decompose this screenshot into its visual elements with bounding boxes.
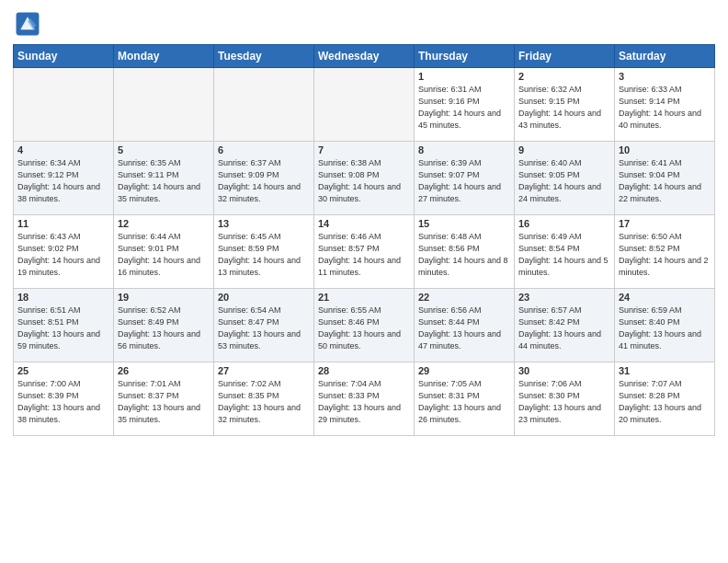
day-info: Sunrise: 6:57 AMSunset: 8:42 PMDaylight:… <box>518 304 610 352</box>
day-number: 21 <box>318 292 410 303</box>
day-number: 28 <box>318 365 410 376</box>
day-number: 18 <box>17 292 109 303</box>
calendar-day-cell: 28 Sunrise: 7:04 AMSunset: 8:33 PMDaylig… <box>314 362 415 436</box>
day-number: 11 <box>17 218 109 229</box>
calendar-day-cell: 18 Sunrise: 6:51 AMSunset: 8:51 PMDaylig… <box>14 289 114 362</box>
day-number: 30 <box>518 365 610 376</box>
calendar-day-cell: 7 Sunrise: 6:38 AMSunset: 9:08 PMDayligh… <box>314 142 415 215</box>
day-number: 6 <box>218 144 310 155</box>
calendar-week-row: 4 Sunrise: 6:34 AMSunset: 9:12 PMDayligh… <box>14 142 715 215</box>
day-number: 13 <box>218 218 310 229</box>
day-of-week-header: Thursday <box>415 45 515 68</box>
day-number: 10 <box>619 144 711 155</box>
day-info: Sunrise: 6:54 AMSunset: 8:47 PMDaylight:… <box>218 304 310 352</box>
calendar-day-cell: 20 Sunrise: 6:54 AMSunset: 8:47 PMDaylig… <box>214 289 314 362</box>
days-of-week-row: SundayMondayTuesdayWednesdayThursdayFrid… <box>14 45 715 68</box>
day-info: Sunrise: 6:45 AMSunset: 8:59 PMDaylight:… <box>218 231 310 279</box>
day-info: Sunrise: 6:37 AMSunset: 9:09 PMDaylight:… <box>218 157 310 205</box>
calendar-week-row: 18 Sunrise: 6:51 AMSunset: 8:51 PMDaylig… <box>14 289 715 362</box>
calendar-day-cell: 24 Sunrise: 6:59 AMSunset: 8:40 PMDaylig… <box>615 289 715 362</box>
calendar-day-cell: 12 Sunrise: 6:44 AMSunset: 9:01 PMDaylig… <box>114 215 214 289</box>
day-number: 20 <box>218 292 310 303</box>
calendar-day-cell: 26 Sunrise: 7:01 AMSunset: 8:37 PMDaylig… <box>114 362 214 436</box>
day-info: Sunrise: 6:31 AMSunset: 9:16 PMDaylight:… <box>418 84 510 132</box>
day-number: 7 <box>318 144 410 155</box>
day-info: Sunrise: 6:35 AMSunset: 9:11 PMDaylight:… <box>118 157 210 205</box>
day-info: Sunrise: 7:06 AMSunset: 8:30 PMDaylight:… <box>518 378 610 426</box>
day-info: Sunrise: 6:56 AMSunset: 8:44 PMDaylight:… <box>418 304 510 352</box>
day-number: 12 <box>118 218 210 229</box>
day-info: Sunrise: 6:39 AMSunset: 9:07 PMDaylight:… <box>418 157 510 205</box>
calendar-table: SundayMondayTuesdayWednesdayThursdayFrid… <box>13 44 715 436</box>
calendar-day-cell: 25 Sunrise: 7:00 AMSunset: 8:39 PMDaylig… <box>14 362 114 436</box>
calendar-day-cell: 3 Sunrise: 6:33 AMSunset: 9:14 PMDayligh… <box>615 68 715 142</box>
day-of-week-header: Friday <box>515 45 615 68</box>
calendar-header: SundayMondayTuesdayWednesdayThursdayFrid… <box>14 45 715 68</box>
day-info: Sunrise: 6:41 AMSunset: 9:04 PMDaylight:… <box>619 157 711 205</box>
calendar-day-cell: 2 Sunrise: 6:32 AMSunset: 9:15 PMDayligh… <box>515 68 615 142</box>
day-info: Sunrise: 6:43 AMSunset: 9:02 PMDaylight:… <box>17 231 109 279</box>
day-info: Sunrise: 6:33 AMSunset: 9:14 PMDaylight:… <box>619 84 711 132</box>
day-number: 9 <box>518 144 610 155</box>
day-info: Sunrise: 6:34 AMSunset: 9:12 PMDaylight:… <box>17 157 109 205</box>
calendar-week-row: 25 Sunrise: 7:00 AMSunset: 8:39 PMDaylig… <box>14 362 715 436</box>
calendar-day-cell: 23 Sunrise: 6:57 AMSunset: 8:42 PMDaylig… <box>515 289 615 362</box>
day-info: Sunrise: 6:46 AMSunset: 8:57 PMDaylight:… <box>318 231 410 279</box>
day-info: Sunrise: 6:49 AMSunset: 8:54 PMDaylight:… <box>518 231 610 279</box>
day-info: Sunrise: 6:48 AMSunset: 8:56 PMDaylight:… <box>418 231 510 279</box>
calendar-day-cell: 31 Sunrise: 7:07 AMSunset: 8:28 PMDaylig… <box>615 362 715 436</box>
calendar-body: 1 Sunrise: 6:31 AMSunset: 9:16 PMDayligh… <box>14 68 715 436</box>
calendar-day-cell: 10 Sunrise: 6:41 AMSunset: 9:04 PMDaylig… <box>615 142 715 215</box>
calendar-day-cell: 21 Sunrise: 6:55 AMSunset: 8:46 PMDaylig… <box>314 289 415 362</box>
calendar-day-cell: 29 Sunrise: 7:05 AMSunset: 8:31 PMDaylig… <box>415 362 515 436</box>
calendar-day-cell: 30 Sunrise: 7:06 AMSunset: 8:30 PMDaylig… <box>515 362 615 436</box>
calendar-day-cell <box>14 68 114 142</box>
day-info: Sunrise: 6:44 AMSunset: 9:01 PMDaylight:… <box>118 231 210 279</box>
day-number: 19 <box>118 292 210 303</box>
day-of-week-header: Saturday <box>615 45 715 68</box>
day-number: 31 <box>619 365 711 376</box>
calendar-day-cell: 17 Sunrise: 6:50 AMSunset: 8:52 PMDaylig… <box>615 215 715 289</box>
calendar-week-row: 1 Sunrise: 6:31 AMSunset: 9:16 PMDayligh… <box>14 68 715 142</box>
day-info: Sunrise: 7:05 AMSunset: 8:31 PMDaylight:… <box>418 378 510 426</box>
logo <box>15 11 44 37</box>
day-info: Sunrise: 6:38 AMSunset: 9:08 PMDaylight:… <box>318 157 410 205</box>
calendar-day-cell: 19 Sunrise: 6:52 AMSunset: 8:49 PMDaylig… <box>114 289 214 362</box>
day-number: 1 <box>418 71 510 82</box>
day-number: 8 <box>418 144 510 155</box>
calendar-day-cell: 27 Sunrise: 7:02 AMSunset: 8:35 PMDaylig… <box>214 362 314 436</box>
day-info: Sunrise: 7:07 AMSunset: 8:28 PMDaylight:… <box>619 378 711 426</box>
day-of-week-header: Sunday <box>14 45 114 68</box>
calendar-day-cell: 13 Sunrise: 6:45 AMSunset: 8:59 PMDaylig… <box>214 215 314 289</box>
day-number: 22 <box>418 292 510 303</box>
calendar-day-cell: 22 Sunrise: 6:56 AMSunset: 8:44 PMDaylig… <box>415 289 515 362</box>
calendar-day-cell: 11 Sunrise: 6:43 AMSunset: 9:02 PMDaylig… <box>14 215 114 289</box>
day-number: 16 <box>518 218 610 229</box>
day-number: 17 <box>619 218 711 229</box>
calendar-day-cell: 9 Sunrise: 6:40 AMSunset: 9:05 PMDayligh… <box>515 142 615 215</box>
day-of-week-header: Tuesday <box>214 45 314 68</box>
day-info: Sunrise: 6:59 AMSunset: 8:40 PMDaylight:… <box>619 304 711 352</box>
day-number: 24 <box>619 292 711 303</box>
calendar-day-cell: 8 Sunrise: 6:39 AMSunset: 9:07 PMDayligh… <box>415 142 515 215</box>
day-info: Sunrise: 6:32 AMSunset: 9:15 PMDaylight:… <box>518 84 610 132</box>
logo-icon <box>15 11 40 37</box>
day-number: 27 <box>218 365 310 376</box>
day-info: Sunrise: 7:01 AMSunset: 8:37 PMDaylight:… <box>118 378 210 426</box>
day-number: 5 <box>118 144 210 155</box>
day-info: Sunrise: 7:02 AMSunset: 8:35 PMDaylight:… <box>218 378 310 426</box>
day-info: Sunrise: 6:50 AMSunset: 8:52 PMDaylight:… <box>619 231 711 279</box>
calendar-day-cell: 1 Sunrise: 6:31 AMSunset: 9:16 PMDayligh… <box>415 68 515 142</box>
day-number: 3 <box>619 71 711 82</box>
day-of-week-header: Wednesday <box>314 45 415 68</box>
day-number: 2 <box>518 71 610 82</box>
day-info: Sunrise: 6:55 AMSunset: 8:46 PMDaylight:… <box>318 304 410 352</box>
calendar-day-cell: 6 Sunrise: 6:37 AMSunset: 9:09 PMDayligh… <box>214 142 314 215</box>
calendar-day-cell: 14 Sunrise: 6:46 AMSunset: 8:57 PMDaylig… <box>314 215 415 289</box>
calendar-day-cell: 5 Sunrise: 6:35 AMSunset: 9:11 PMDayligh… <box>114 142 214 215</box>
day-info: Sunrise: 6:52 AMSunset: 8:49 PMDaylight:… <box>118 304 210 352</box>
calendar-day-cell <box>214 68 314 142</box>
day-number: 4 <box>17 144 109 155</box>
calendar-week-row: 11 Sunrise: 6:43 AMSunset: 9:02 PMDaylig… <box>14 215 715 289</box>
day-of-week-header: Monday <box>114 45 214 68</box>
